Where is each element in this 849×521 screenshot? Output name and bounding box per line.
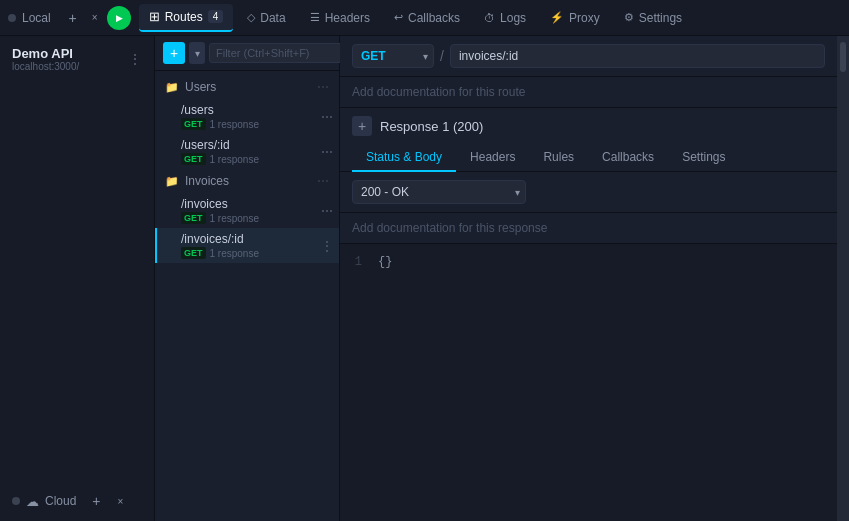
- folder-invoices[interactable]: 📁 Invoices ⋯: [155, 169, 339, 193]
- response-section: + Response 1 (200) Status & Body Headers…: [340, 108, 837, 521]
- route-doc-input[interactable]: [352, 85, 825, 99]
- method-badge: GET: [181, 247, 206, 259]
- method-badge: GET: [181, 118, 206, 130]
- folder-icon: 📁: [165, 175, 179, 188]
- method-select-wrapper: GET POST PUT PATCH DELETE: [352, 44, 434, 68]
- tab-status-body[interactable]: Status & Body: [352, 144, 456, 172]
- local-label: Local: [22, 11, 51, 25]
- play-button[interactable]: [107, 6, 131, 30]
- route-bar: GET POST PUT PATCH DELETE /: [340, 36, 837, 77]
- tab-routes[interactable]: ⊞ Routes 4: [139, 4, 234, 32]
- route-meta: GET 1 response: [181, 153, 329, 165]
- folder-more-button[interactable]: ⋯: [317, 174, 329, 188]
- add-cloud-button[interactable]: +: [86, 491, 106, 511]
- method-badge: GET: [181, 212, 206, 224]
- logs-icon: ⏱: [484, 12, 495, 24]
- close-sidebar-button[interactable]: ×: [112, 493, 128, 509]
- routes-tab-label: Routes: [165, 10, 203, 24]
- route-slash: /: [440, 48, 444, 64]
- route-wrapper-users: /users GET 1 response ⋯: [155, 99, 339, 134]
- response-tabs: Status & Body Headers Rules Callbacks Se…: [340, 144, 837, 172]
- route-chevron-button[interactable]: ▾: [189, 42, 205, 64]
- route-responses: 1 response: [210, 248, 259, 259]
- route-item-invoices[interactable]: /invoices GET 1 response: [155, 193, 339, 228]
- route-doc-section: [340, 77, 837, 108]
- tab-rules-label: Rules: [543, 150, 574, 164]
- tab-resp-callbacks-label: Callbacks: [602, 150, 654, 164]
- folder-name: Invoices: [185, 174, 311, 188]
- folder-users[interactable]: 📁 Users ⋯: [155, 75, 339, 99]
- tab-data[interactable]: ◇ Data: [237, 4, 295, 32]
- right-scrollbar: [837, 36, 849, 521]
- tab-callbacks[interactable]: ↩ Callbacks: [384, 4, 470, 32]
- tab-rules[interactable]: Rules: [529, 144, 588, 172]
- add-tab-button[interactable]: +: [63, 8, 83, 28]
- response-doc-section: [340, 213, 837, 244]
- tab-resp-settings[interactable]: Settings: [668, 144, 739, 172]
- api-header[interactable]: Demo API localhost:3000/ ⋮: [0, 36, 154, 82]
- line-number: 1: [348, 252, 362, 274]
- route-path: /users/:id: [181, 138, 329, 152]
- route-path-input[interactable]: [450, 44, 825, 68]
- status-dot: [8, 14, 16, 22]
- cloud-status-dot: [12, 497, 20, 505]
- route-path: /invoices: [181, 197, 329, 211]
- api-host: localhost:3000/: [12, 61, 79, 72]
- callbacks-tab-label: Callbacks: [408, 11, 460, 25]
- cloud-label: Cloud: [45, 494, 76, 508]
- data-tab-label: Data: [260, 11, 285, 25]
- code-line: {}: [378, 252, 392, 274]
- top-navigation: Local + × ⊞ Routes 4 ◇ Data ☰ Headers ↩ …: [0, 0, 849, 36]
- tab-resp-callbacks[interactable]: Callbacks: [588, 144, 668, 172]
- callbacks-icon: ↩: [394, 11, 403, 24]
- code-editor[interactable]: 1 {}: [340, 244, 837, 521]
- settings-tab-label: Settings: [639, 11, 682, 25]
- status-select[interactable]: 200 - OK 201 - Created 400 - Bad Request…: [352, 180, 526, 204]
- filter-input[interactable]: [209, 43, 361, 63]
- close-tab-button[interactable]: ×: [87, 10, 103, 26]
- api-menu-button[interactable]: ⋮: [128, 51, 142, 67]
- response-title: Response 1 (200): [380, 119, 483, 134]
- route-responses: 1 response: [210, 154, 259, 165]
- tab-proxy[interactable]: ⚡ Proxy: [540, 4, 610, 32]
- tab-headers[interactable]: ☰ Headers: [300, 4, 380, 32]
- route-more-button[interactable]: ⋮: [321, 239, 333, 253]
- route-item-users[interactable]: /users GET 1 response: [155, 99, 339, 134]
- folder-icon: 📁: [165, 81, 179, 94]
- tab-resp-headers-label: Headers: [470, 150, 515, 164]
- response-header: + Response 1 (200): [340, 108, 837, 144]
- route-more-button[interactable]: ⋯: [321, 110, 333, 124]
- data-icon: ◇: [247, 11, 255, 24]
- headers-tab-label: Headers: [325, 11, 370, 25]
- proxy-icon: ⚡: [550, 11, 564, 24]
- sidebar: Demo API localhost:3000/ ⋮ ☁ Cloud + ×: [0, 36, 155, 521]
- scrollbar-thumb[interactable]: [840, 42, 846, 72]
- routes-toolbar: + ▾: [155, 36, 339, 71]
- response-doc-input[interactable]: [352, 221, 825, 235]
- add-route-button[interactable]: +: [163, 42, 185, 64]
- proxy-tab-label: Proxy: [569, 11, 600, 25]
- logs-tab-label: Logs: [500, 11, 526, 25]
- main-layout: Demo API localhost:3000/ ⋮ ☁ Cloud + × +…: [0, 36, 849, 521]
- routes-icon: ⊞: [149, 9, 160, 24]
- tab-settings[interactable]: ⚙ Settings: [614, 4, 692, 32]
- tab-resp-headers[interactable]: Headers: [456, 144, 529, 172]
- cloud-icon: ☁: [26, 494, 39, 509]
- method-select[interactable]: GET POST PUT PATCH DELETE: [352, 44, 434, 68]
- add-response-button[interactable]: +: [352, 116, 372, 136]
- route-path: /invoices/:id: [181, 232, 329, 246]
- route-more-button[interactable]: ⋯: [321, 145, 333, 159]
- route-responses: 1 response: [210, 119, 259, 130]
- folder-more-button[interactable]: ⋯: [317, 80, 329, 94]
- route-item-invoices-id[interactable]: /invoices/:id GET 1 response: [155, 228, 339, 263]
- route-item-users-id[interactable]: /users/:id GET 1 response: [155, 134, 339, 169]
- route-wrapper-users-id: /users/:id GET 1 response ⋯: [155, 134, 339, 169]
- routes-list: 📁 Users ⋯ /users GET 1 response ⋯ /users…: [155, 71, 339, 521]
- tab-status-body-label: Status & Body: [366, 150, 442, 164]
- routes-badge: 4: [208, 10, 224, 23]
- code-content[interactable]: {}: [370, 244, 400, 521]
- method-badge: GET: [181, 153, 206, 165]
- settings-icon: ⚙: [624, 11, 634, 24]
- tab-logs[interactable]: ⏱ Logs: [474, 4, 536, 32]
- route-more-button[interactable]: ⋯: [321, 204, 333, 218]
